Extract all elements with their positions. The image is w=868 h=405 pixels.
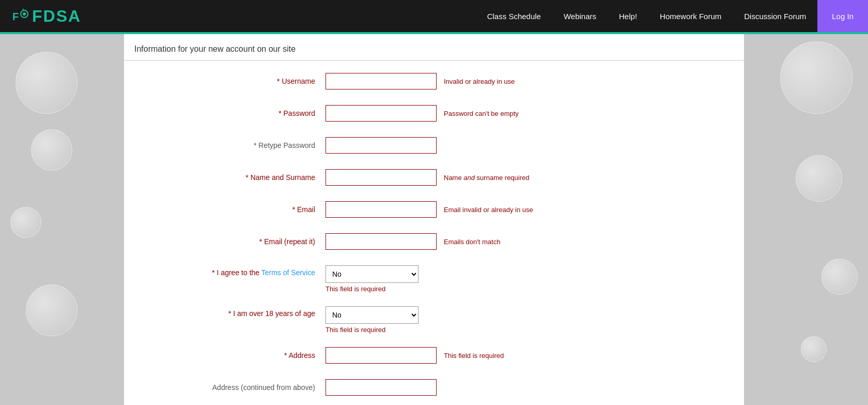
terms-of-service-link[interactable]: Terms of Service <box>261 268 315 277</box>
discussion-forum-link[interactable]: Discussion Forum <box>733 0 817 32</box>
email-repeat-error: Emails don't match <box>444 238 500 246</box>
email-repeat-label: * Email (repeat it) <box>134 237 326 246</box>
name-surname-error-prefix: Name <box>444 174 463 182</box>
nav-links: Class Schedule Webinars Help! Homework F… <box>476 0 868 32</box>
address-label: * Address <box>134 351 326 359</box>
age-select-wrap: No Yes This field is required <box>326 306 419 334</box>
retype-password-label: * Retype Password <box>134 141 326 149</box>
fdsa-logo-icon: F <box>10 7 29 25</box>
password-label: * Password <box>134 109 326 117</box>
email-error: Email invalid or already in use <box>444 206 533 214</box>
name-surname-row: * Name and Surname Name and surname requ… <box>134 167 734 188</box>
address-continued-input[interactable] <box>326 379 437 396</box>
address-input[interactable] <box>326 347 437 364</box>
form-title: Information for your new account on our … <box>124 34 744 61</box>
password-input[interactable] <box>326 105 437 122</box>
terms-select-wrap: No Yes This field is required <box>326 265 419 293</box>
terms-error: This field is required <box>326 285 419 293</box>
address-continued-row: Address (continued from above) <box>134 377 734 398</box>
name-surname-error-suffix: surname required <box>475 174 530 182</box>
name-surname-label: * Name and Surname <box>134 173 326 182</box>
help-link[interactable]: Help! <box>608 0 648 32</box>
homework-forum-link[interactable]: Homework Forum <box>648 0 733 32</box>
form-container: * Username Invalid or already in use * P… <box>124 61 744 405</box>
email-row: * Email Email invalid or already in use <box>134 199 734 220</box>
terms-select[interactable]: No Yes <box>326 265 419 283</box>
address-error: This field is required <box>444 352 504 359</box>
age-label: * I am over 18 years of age <box>134 306 326 318</box>
age-error: This field is required <box>326 326 419 334</box>
age-row: * I am over 18 years of age No Yes This … <box>134 304 734 334</box>
svg-point-3 <box>23 12 26 16</box>
email-repeat-input[interactable] <box>326 233 437 250</box>
name-surname-input[interactable] <box>326 169 437 186</box>
page-content: Information for your new account on our … <box>124 34 744 405</box>
terms-row: * I agree to the Terms of Service No Yes… <box>134 263 734 293</box>
username-error: Invalid or already in use <box>444 78 515 85</box>
login-button[interactable]: Log In <box>817 0 868 32</box>
retype-password-input[interactable] <box>326 137 437 154</box>
webinars-link[interactable]: Webinars <box>552 0 608 32</box>
password-error: Password can't be empty <box>444 110 519 117</box>
retype-password-row: * Retype Password <box>134 135 734 156</box>
address-continued-label: Address (continued from above) <box>134 383 326 392</box>
name-surname-error: Name and surname required <box>444 174 530 182</box>
terms-label: * I agree to the Terms of Service <box>134 265 326 277</box>
class-schedule-link[interactable]: Class Schedule <box>476 0 552 32</box>
email-label: * Email <box>134 205 326 214</box>
terms-label-prefix: * I agree to the <box>212 268 261 277</box>
navbar: F FDSA Class Schedule Webinars Help! Hom… <box>0 0 868 32</box>
email-repeat-row: * Email (repeat it) Emails don't match <box>134 231 734 252</box>
password-row: * Password Password can't be empty <box>134 103 734 124</box>
age-select[interactable]: No Yes <box>326 306 419 324</box>
logo-text: FDSA <box>32 7 81 26</box>
logo-container: F FDSA <box>0 0 91 32</box>
email-input[interactable] <box>326 201 437 218</box>
svg-text:F: F <box>12 11 19 22</box>
name-surname-error-italic: and <box>463 174 475 182</box>
username-label: * Username <box>134 77 326 85</box>
username-input[interactable] <box>326 73 437 89</box>
address-row: * Address This field is required <box>134 345 734 366</box>
username-row: * Username Invalid or already in use <box>134 71 734 92</box>
